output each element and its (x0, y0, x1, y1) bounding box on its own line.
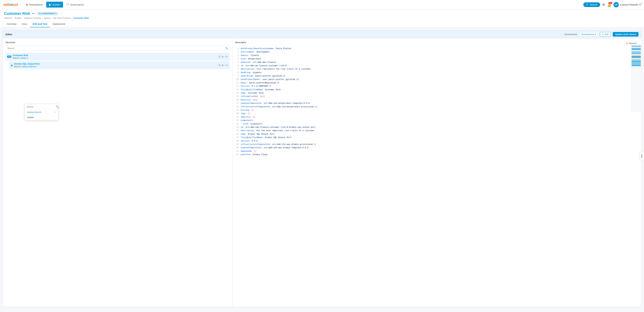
nav-items: ⊞ Marketplace ◧ Builder 🛡 Governance (23, 2, 583, 7)
dremio-icon: ◈ (10, 63, 13, 67)
line-number: 23 (235, 122, 239, 126)
page-header: Customer Risk ••• 0.1.0-SNAPSHOT-1 ☆ wit… (0, 9, 644, 27)
code-line: 8devGroup: bigdata (235, 71, 638, 74)
code-line: 19billing: {} (235, 109, 638, 112)
tab-edit-and-test[interactable]: Edit and Test (30, 21, 50, 27)
code-icon[interactable]: </> (225, 64, 228, 67)
search-label: Search (590, 3, 597, 6)
line-content: - kind: outputport (241, 122, 262, 126)
branch-value-feature[interactable]: feature-branch ▾ (22, 65, 36, 68)
code-line: 29 infrastructureTemplateId: urn:dmb:itm… (235, 143, 638, 146)
line-content: informationSLA: null (241, 95, 265, 98)
side-test-tab[interactable]: Test (639, 152, 644, 160)
dropdown-search-input[interactable] (26, 106, 55, 108)
update-draft-button[interactable]: Update draft release (613, 32, 638, 37)
line-number: 8 (235, 71, 239, 74)
code-line: 20tags: [] (235, 112, 638, 115)
breadcrumb-builder[interactable]: Builder (14, 17, 21, 19)
line-content: dependsOn: [] (241, 150, 256, 153)
line-number: 21 (235, 115, 239, 119)
tree-item-content: Customer Risk Branch: master ▾ (12, 54, 217, 59)
code-line: 24 id: urn:dmb:cmp:finance:customer-risk… (235, 126, 638, 129)
expand-icon[interactable]: ⊞ (222, 55, 224, 58)
line-number: 3 (235, 54, 239, 57)
nav-governance-label: Governance (70, 3, 84, 6)
line-number: 24 (235, 126, 239, 129)
user-info[interactable]: LP Lorenzo Pirazzini ▾ (614, 2, 641, 7)
line-number: 30 (235, 146, 239, 150)
code-line: 6id: urn:dmb:dp:finance:customer-risk:0 (235, 64, 638, 67)
chevron-down-icon: ▾ (27, 57, 28, 59)
structure-panel: Structure 🔍 CR Customer Risk Branch: mas… (3, 38, 232, 307)
structure-search-box: 🔍 (6, 46, 230, 51)
line-number: 27 (235, 136, 239, 139)
line-number: 29 (235, 143, 239, 146)
star-button[interactable]: ☆ (60, 12, 63, 15)
line-number: 18 (235, 105, 239, 109)
list-icon[interactable]: ☰ (218, 55, 221, 58)
line-content: useCaseTemplateId: urn:dmb:utm:aws-dremi… (241, 146, 308, 150)
line-content: billing: {} (241, 109, 254, 112)
list-icon[interactable]: ☰ (218, 64, 221, 67)
expand-icon[interactable]: ⊞ (222, 64, 224, 67)
notifications-button[interactable]: 🔔 99+ (607, 3, 612, 7)
breadcrumb-system[interactable]: System (44, 17, 51, 19)
more-button[interactable]: ••• (32, 12, 35, 15)
line-number: 11 (235, 81, 239, 85)
code-line: 27 fullyQualifiedName: Dremio SQL Output… (235, 136, 638, 139)
tree-item-customer-risk[interactable]: CR Customer Risk Branch: master ▾ ☰ ⊞ (6, 53, 230, 61)
breadcrumb-software-catalog[interactable]: Software Catalog (24, 17, 41, 19)
tab-deployment[interactable]: Deployment (50, 21, 68, 27)
sub-item-icons: ☰ ⊞ </> (218, 64, 228, 67)
code-line: 30 useCaseTemplateId: urn:dmb:utm:aws-dr… (235, 146, 638, 150)
edit-button[interactable]: ✏ Edit (600, 32, 611, 37)
structure-search-input[interactable] (8, 47, 225, 49)
line-content: dataProductOwner: user:paolo.platter_agi… (241, 78, 299, 81)
code-line: 13fullyQualifiedName: Customer Risk (235, 88, 638, 91)
grid-icon: ⊞ (26, 3, 28, 6)
line-content: infrastructureTemplateId: urn:dmb:itm:da… (241, 105, 317, 109)
code-icon[interactable]: </> (225, 55, 228, 58)
tab-docs[interactable]: Docs (19, 21, 30, 27)
edit-pencil-icon: ✏ (602, 33, 604, 35)
line-content: name: Customer Risk (241, 91, 264, 95)
refresh-label: Refresh (629, 42, 636, 45)
logo: witboost (3, 2, 18, 7)
nav-marketplace[interactable]: ⊞ Marketplace (23, 2, 46, 7)
breadcrumb-my-data-products[interactable]: My Data Products (54, 17, 71, 19)
branch-value-master[interactable]: master ▾ (20, 57, 28, 59)
nav-governance[interactable]: 🛡 Governance (64, 2, 86, 7)
cr-badge: CR (7, 55, 11, 58)
update-label: Update draft release (615, 33, 636, 35)
line-content: environment: development (241, 50, 270, 54)
code-line: 5domainId: urn:dmb:dmn:finance (235, 61, 638, 64)
line-content: id: urn:dmb:cmp:finance:customer-risk:0:… (241, 126, 316, 129)
expand-icon[interactable]: ⤢ (640, 1, 643, 4)
descriptor-panel: Descriptor ↻ Refresh 1dataProductOwnerDi… (232, 38, 641, 307)
tree-item-dremio[interactable]: ◈ Dremio SQL Output Port Branch: feature… (9, 61, 230, 69)
refresh-button[interactable]: ↻ Refresh (624, 41, 638, 45)
editor-title: Editor (6, 33, 12, 36)
code-line: 9ownerGroup: paolo.platter_agilelab.it (235, 74, 638, 78)
shield-icon: 🛡 (66, 3, 69, 6)
search-button[interactable]: 🔍 Search (583, 2, 600, 7)
dropdown-item-master[interactable]: master (25, 115, 58, 120)
minimap (631, 45, 641, 112)
tree-subitem-content: Dremio SQL Output Port Branch: feature-b… (14, 63, 217, 68)
line-number: 9 (235, 74, 239, 78)
line-content: name: Dremio SQL Output Port (241, 133, 274, 136)
tab-overview[interactable]: Overview (4, 21, 19, 27)
branch-row: Branch: master ▾ (12, 57, 217, 59)
branch-dropdown: 🔍 feature-branch ✓ master (25, 104, 58, 120)
environment-select[interactable]: Development ▾ (580, 32, 598, 36)
dropdown-item-feature-branch[interactable]: feature-branch ✓ (25, 110, 58, 115)
line-number: 7 (235, 67, 239, 71)
breadcrumb-witboost[interactable]: witboost (4, 17, 12, 19)
code-line: 1dataProductOwnerDisplayName: Paolo Plat… (235, 47, 638, 50)
nav-builder[interactable]: ◧ Builder (46, 2, 63, 7)
code-line: 3domain: finance (235, 54, 638, 57)
settings-button[interactable]: ⚙ (602, 3, 605, 7)
line-content: useCaseTemplateId: urn:dmb:utm:dataprodu… (241, 102, 310, 105)
editor-body: Structure 🔍 CR Customer Risk Branch: mas… (3, 38, 641, 307)
line-number: 31 (235, 150, 239, 153)
